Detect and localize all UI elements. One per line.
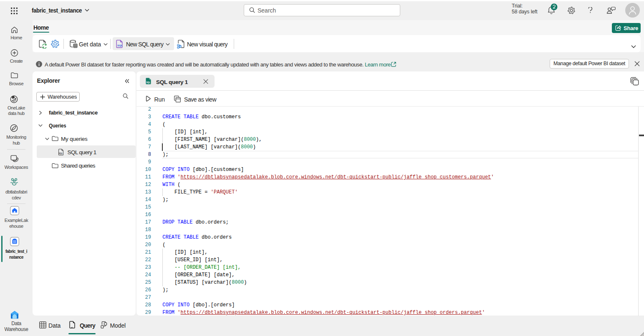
svg-text:SQL: SQL bbox=[59, 153, 63, 155]
svg-text:SQL: SQL bbox=[117, 44, 123, 47]
svg-text:SQL: SQL bbox=[146, 81, 150, 84]
